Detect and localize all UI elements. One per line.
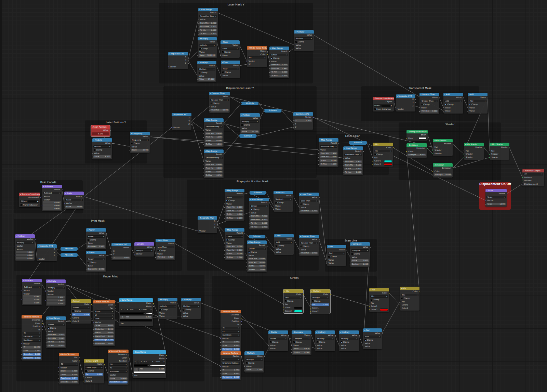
checkbox-clamp[interactable] <box>199 48 201 50</box>
node-header[interactable]: ▾Map Range <box>204 149 224 153</box>
input-socket[interactable] <box>372 157 373 158</box>
input-socket[interactable] <box>269 68 270 69</box>
output-socket[interactable] <box>42 319 43 321</box>
ramp-menu-icon[interactable]: ▾ <box>140 361 143 364</box>
output-socket[interactable] <box>281 110 283 112</box>
checkbox-clamp[interactable] <box>72 310 74 312</box>
collapse-arrow-icon[interactable]: ▾ <box>275 235 276 237</box>
collapse-arrow-icon[interactable]: ▾ <box>444 94 445 95</box>
node-header[interactable]: ▾Separate XYZ <box>168 52 188 55</box>
field-z[interactable]: Z0.000 <box>112 257 130 259</box>
input-socket[interactable] <box>372 160 373 162</box>
input-socket[interactable] <box>224 210 225 212</box>
input-socket[interactable] <box>489 154 490 155</box>
stop-index-field[interactable]: 1 <box>134 368 138 371</box>
node-mix-n36[interactable]: ▾MixColorMix▾ClampFacColor1Color2 <box>373 143 393 167</box>
node-scan-position-n10[interactable]: ▾Scan PositionValue3.170 <box>91 125 110 136</box>
collapse-arrow-icon[interactable]: ▾ <box>87 229 88 231</box>
output-socket[interactable] <box>338 143 339 144</box>
output-socket[interactable] <box>452 143 454 145</box>
node-header[interactable]: ▾Scale <box>485 189 507 192</box>
output-socket[interactable] <box>303 294 304 295</box>
dropdown-f1[interactable]: F1▾ <box>222 330 240 333</box>
input-socket[interactable] <box>203 137 204 138</box>
collapse-arrow-icon[interactable]: ▾ <box>364 329 365 331</box>
field-from-min[interactable]: From Min0.900 <box>199 22 217 25</box>
field-randomne[interactable]: Randomne1.000 <box>109 381 128 383</box>
dropdown-scale[interactable]: Scale▾ <box>486 196 506 199</box>
output-socket[interactable] <box>241 324 242 325</box>
input-socket[interactable] <box>220 370 221 371</box>
node-header[interactable]: ▾Voronoi Texture <box>221 351 241 355</box>
node-header[interactable]: ▾Floor <box>221 40 240 44</box>
input-socket[interactable] <box>181 312 182 314</box>
node-header[interactable]: ▾Noise Texture <box>59 353 79 356</box>
vector-component-field[interactable]: 0.000 <box>47 302 65 305</box>
dropdown-multiply[interactable]: Multiply▾ <box>199 44 216 47</box>
input-socket[interactable] <box>338 345 340 346</box>
output-socket[interactable] <box>487 97 489 99</box>
field-from-ma[interactable]: From Ma0.990 <box>270 67 288 70</box>
input-socket[interactable] <box>463 154 465 155</box>
field-to-max[interactable]: To Max0.050 <box>205 174 223 177</box>
input-socket[interactable] <box>224 207 225 208</box>
field-to-min[interactable]: To Min0.000 <box>205 171 223 173</box>
dropdown-ping-pong[interactable]: Ping-pong▾ <box>131 139 149 142</box>
field-threshol[interactable]: Threshol0.890 <box>210 109 229 112</box>
dropdown-rings[interactable]: Rings▾ <box>94 310 114 313</box>
input-socket[interactable] <box>246 259 248 260</box>
output-socket[interactable] <box>42 323 43 324</box>
input-socket[interactable] <box>293 127 294 128</box>
collapse-arrow-icon[interactable]: ▾ <box>205 119 205 121</box>
input-socket[interactable] <box>220 342 221 343</box>
node-header[interactable]: ▾Multiply <box>240 113 260 117</box>
node-greater-than-n24[interactable]: ▾Greater ThanValueGreater Than▾ClampValu… <box>419 93 439 114</box>
dropdown-compare[interactable]: Compare▾ <box>293 338 310 340</box>
field-from-min[interactable]: From Min6.000 <box>248 258 266 260</box>
dropdown-add[interactable]: Add▾ <box>469 100 486 103</box>
field-epsilon[interactable]: Epsilon0.080 <box>293 351 310 354</box>
input-socket[interactable] <box>41 205 43 206</box>
checkbox-clamp[interactable] <box>131 143 133 144</box>
node-transparent-bsdf-n27[interactable]: ▾Transparent BSDFBSDFColor <box>406 130 428 141</box>
checkbox-clamp[interactable] <box>241 124 243 126</box>
output-socket[interactable] <box>218 12 219 14</box>
field-to-max[interactable]: To Max-0.000 <box>47 344 65 347</box>
dropdown-floor[interactable]: Floor▾ <box>222 48 239 50</box>
dropdown-linear[interactable]: Linear▾ <box>248 248 266 250</box>
input-socket[interactable] <box>220 377 221 378</box>
collapse-arrow-icon[interactable]: ▾ <box>344 147 345 149</box>
input-socket[interactable] <box>268 345 269 346</box>
collapse-arrow-icon[interactable]: ▾ <box>248 47 249 49</box>
input-socket[interactable] <box>338 348 340 350</box>
output-socket[interactable] <box>293 195 294 197</box>
dropdown-linear-light[interactable]: Linear Light▾ <box>85 366 103 369</box>
node-header[interactable]: ▾Texture Coordinate <box>19 193 40 196</box>
input-socket[interactable] <box>522 177 523 178</box>
collapse-arrow-icon[interactable]: ▾ <box>47 317 48 319</box>
output-socket[interactable] <box>483 147 485 148</box>
input-socket[interactable] <box>92 156 93 158</box>
collapse-arrow-icon[interactable]: ▾ <box>222 41 222 43</box>
field-value[interactable]: Value300.000 <box>199 54 216 57</box>
field-fac[interactable]: Fac0.534 <box>72 313 90 316</box>
output-socket[interactable] <box>256 135 258 137</box>
collapse-arrow-icon[interactable]: ▾ <box>374 144 374 145</box>
field-threshol[interactable]: Threshol0.900 <box>300 252 318 254</box>
input-socket[interactable] <box>224 246 225 248</box>
node-header[interactable]: ▾Voronoi Texture <box>108 350 129 353</box>
input-socket[interactable] <box>85 269 87 270</box>
dropdown-scale[interactable]: Scale▾ <box>65 199 83 201</box>
collapse-arrow-icon[interactable]: ▾ <box>205 151 205 152</box>
node-multiply-n2[interactable]: ▾MultiplyValueMultiply▾ClampValueValue30… <box>198 37 217 58</box>
output-socket[interactable] <box>313 35 315 36</box>
dropdown-multiply[interactable]: Multiply▾ <box>311 297 329 299</box>
node-header[interactable]: ▾Power <box>86 251 106 254</box>
node-mix-shader-n29[interactable]: ▾Mix ShaderShaderFacShaderShader <box>433 139 453 156</box>
input-socket[interactable] <box>118 323 120 325</box>
checkbox-clamp[interactable] <box>88 239 89 241</box>
checkbox-clamp[interactable] <box>295 41 297 43</box>
collapse-arrow-icon[interactable]: ▾ <box>226 229 226 231</box>
node-header[interactable]: ▾Map Range <box>269 47 289 50</box>
input-socket[interactable] <box>467 110 468 112</box>
